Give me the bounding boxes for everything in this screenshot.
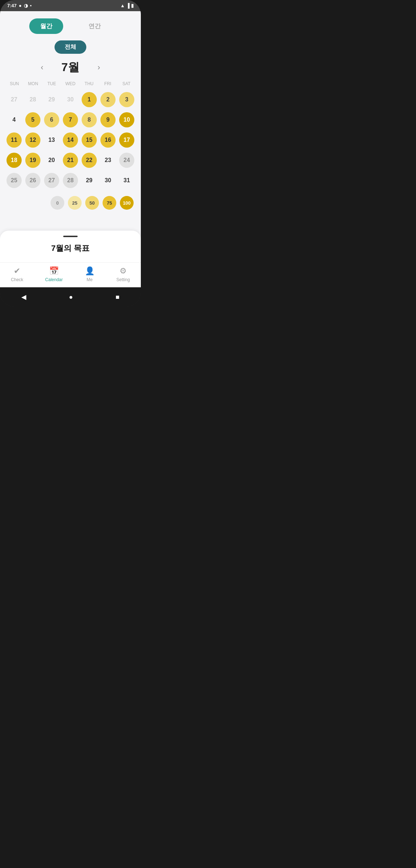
- day-circle-26: 26: [25, 173, 40, 188]
- filter-all[interactable]: 전체: [55, 40, 86, 54]
- day-circle-19: 19: [25, 153, 40, 168]
- nav-calendar[interactable]: 📅Calendar: [45, 266, 63, 282]
- cal-day-3[interactable]: 30: [61, 90, 79, 109]
- day-circle-28: 28: [25, 92, 40, 107]
- cal-day-20[interactable]: 17: [118, 130, 136, 150]
- cal-day-6[interactable]: 3: [118, 90, 136, 109]
- segment-bar: 월간 연간: [0, 11, 141, 38]
- cal-day-22[interactable]: 19: [24, 151, 42, 170]
- day-circle-24: 24: [119, 153, 134, 168]
- cal-day-24[interactable]: 21: [61, 151, 79, 170]
- cal-day-0[interactable]: 27: [5, 90, 23, 109]
- status-icon-3: ▪: [30, 3, 32, 8]
- legend-75: 75: [103, 196, 116, 210]
- day-circle-30: 30: [100, 173, 116, 188]
- panel-title: 7월의 목표: [7, 243, 134, 254]
- android-btn-2[interactable]: ■: [108, 292, 127, 302]
- day-circle-9: 9: [100, 112, 116, 127]
- cal-header-sun: SUN: [5, 79, 24, 88]
- phone-container: 7:47 ● ◑ ▪ ▲ ▐ ▮ 월간 연간 전체 ‹ 7월 ›: [0, 0, 141, 307]
- cal-day-23[interactable]: 20: [43, 151, 61, 170]
- time: 7:47: [7, 3, 17, 8]
- cal-day-19[interactable]: 16: [99, 130, 117, 150]
- day-circle-2: 2: [100, 92, 116, 107]
- cal-day-5[interactable]: 2: [99, 90, 117, 109]
- cal-day-25[interactable]: 22: [80, 151, 98, 170]
- day-circle-18: 18: [6, 153, 22, 168]
- cal-day-15[interactable]: 12: [24, 130, 42, 150]
- calendar-label: Calendar: [45, 277, 63, 282]
- cal-header-thu: THU: [80, 79, 99, 88]
- wifi-icon: ▲: [120, 3, 125, 8]
- calendar: SUNMONTUEWEDTHUFRISAT 272829301234567891…: [0, 79, 141, 190]
- day-circle-5: 5: [25, 112, 40, 127]
- cal-day-18[interactable]: 15: [80, 130, 98, 150]
- cal-day-28[interactable]: 25: [5, 171, 23, 190]
- day-circle-6: 6: [44, 112, 59, 127]
- cal-day-7[interactable]: 4: [5, 110, 23, 130]
- segment-monthly[interactable]: 월간: [29, 18, 63, 34]
- cal-header-wed: WED: [61, 79, 80, 88]
- day-circle-22: 22: [82, 153, 97, 168]
- day-circle-14: 14: [63, 132, 78, 148]
- cal-day-21[interactable]: 18: [5, 151, 23, 170]
- day-circle-21: 21: [63, 153, 78, 168]
- calendar-header: SUNMONTUEWEDTHUFRISAT: [5, 79, 136, 88]
- cal-day-9[interactable]: 6: [43, 110, 61, 130]
- cal-day-12[interactable]: 9: [99, 110, 117, 130]
- cal-day-32[interactable]: 29: [80, 171, 98, 190]
- day-circle-27: 27: [6, 92, 22, 107]
- day-circle-10: 10: [119, 112, 134, 127]
- cal-day-10[interactable]: 7: [61, 110, 79, 130]
- cal-day-16[interactable]: 13: [43, 130, 61, 150]
- day-circle-3: 3: [119, 92, 134, 107]
- cal-day-27[interactable]: 24: [118, 151, 136, 170]
- day-circle-1: 1: [82, 92, 97, 107]
- day-circle-29: 29: [82, 173, 97, 188]
- android-btn-0[interactable]: ◀: [14, 292, 34, 302]
- cal-header-fri: FRI: [99, 79, 117, 88]
- day-circle-11: 11: [6, 132, 22, 148]
- panel-handle: [63, 236, 78, 237]
- cal-day-2[interactable]: 29: [43, 90, 61, 109]
- cal-day-8[interactable]: 5: [24, 110, 42, 130]
- cal-day-4[interactable]: 1: [80, 90, 98, 109]
- cal-day-29[interactable]: 26: [24, 171, 42, 190]
- cal-day-30[interactable]: 27: [43, 171, 61, 190]
- day-circle-4: 4: [6, 112, 22, 127]
- cal-header-sat: SAT: [117, 79, 136, 88]
- segment-yearly[interactable]: 연간: [78, 18, 112, 34]
- cal-day-17[interactable]: 14: [61, 130, 79, 150]
- nav-me[interactable]: 👤Me: [85, 266, 95, 282]
- cal-header-tue: TUE: [42, 79, 61, 88]
- day-circle-12: 12: [25, 132, 40, 148]
- day-circle-17: 17: [119, 132, 134, 148]
- legend-50: 50: [85, 196, 99, 210]
- cal-day-33[interactable]: 30: [99, 171, 117, 190]
- prev-month-button[interactable]: ‹: [37, 61, 47, 74]
- cal-day-26[interactable]: 23: [99, 151, 117, 170]
- setting-icon: ⚙: [120, 266, 127, 276]
- status-right: ▲ ▐ ▮: [120, 3, 134, 8]
- bottom-nav: ✔Check📅Calendar👤Me⚙Setting: [0, 262, 141, 287]
- cal-day-14[interactable]: 11: [5, 130, 23, 150]
- legend: 0255075100: [0, 190, 141, 213]
- cal-day-34[interactable]: 31: [118, 171, 136, 190]
- cal-day-13[interactable]: 10: [118, 110, 136, 130]
- status-bar: 7:47 ● ◑ ▪ ▲ ▐ ▮: [0, 0, 141, 11]
- android-btn-1[interactable]: ●: [62, 292, 80, 302]
- status-icon-1: ●: [19, 3, 22, 8]
- day-circle-8: 8: [82, 112, 97, 127]
- next-month-button[interactable]: ›: [94, 61, 104, 74]
- cal-day-31[interactable]: 28: [61, 171, 79, 190]
- cal-day-1[interactable]: 28: [24, 90, 42, 109]
- day-circle-28: 28: [63, 173, 78, 188]
- nav-setting[interactable]: ⚙Setting: [116, 266, 130, 282]
- legend-25: 25: [68, 196, 82, 210]
- day-circle-30: 30: [63, 92, 78, 107]
- day-circle-16: 16: [100, 132, 116, 148]
- cal-day-11[interactable]: 8: [80, 110, 98, 130]
- me-icon: 👤: [85, 266, 95, 276]
- signal-icon: ▐: [126, 3, 130, 8]
- nav-check[interactable]: ✔Check: [11, 266, 23, 282]
